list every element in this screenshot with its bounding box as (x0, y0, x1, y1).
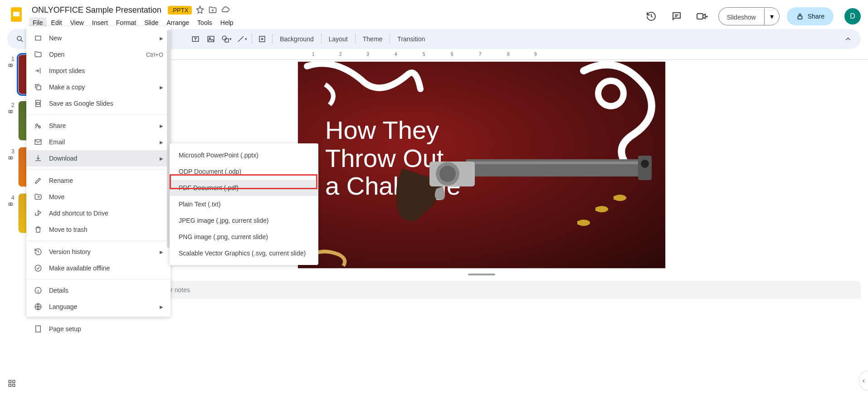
download-submenu: Microsoft PowerPoint (.pptx)ODP Document… (170, 143, 318, 265)
speaker-notes[interactable]: Click to add speaker notes (102, 281, 861, 299)
lock-icon (796, 12, 804, 20)
globe-icon (34, 302, 43, 311)
svg-point-8 (222, 36, 226, 40)
file-menu-new[interactable]: New▶ (26, 30, 171, 46)
file-menu-import-slides[interactable]: Import slides (26, 63, 171, 79)
download-option-3[interactable]: Plain Text (.txt) (170, 196, 318, 212)
history-icon[interactable] (642, 7, 660, 25)
menu-tools[interactable]: Tools (194, 17, 216, 28)
trash-icon (34, 225, 43, 234)
animation-icon (8, 201, 14, 207)
download-option-1[interactable]: ODP Document (.odp) (170, 163, 318, 180)
submenu-arrow-icon: ▶ (160, 156, 163, 161)
download-option-0[interactable]: Microsoft PowerPoint (.pptx) (170, 147, 318, 163)
svg-rect-21 (466, 162, 647, 164)
theme-button[interactable]: Theme (358, 33, 387, 45)
file-menu-rename[interactable]: Rename (26, 172, 171, 189)
download-icon (34, 154, 43, 163)
file-menu-version-history[interactable]: Version history▶ (26, 244, 171, 260)
account-avatar[interactable]: D (844, 8, 861, 25)
file-menu-save-as-google-slides[interactable]: Save as Google Slides (26, 95, 171, 112)
rename-icon (34, 176, 43, 185)
download-option-6[interactable]: Scalable Vector Graphics (.svg, current … (170, 245, 318, 261)
menu-help[interactable]: Help (217, 17, 237, 28)
file-format-badge: .PPTX (168, 6, 192, 15)
file-menu-move-to-trash[interactable]: Move to trash (26, 221, 171, 238)
title-area: ONLYOFFICE Sample Presentation .PPTX Fil… (29, 4, 642, 29)
header: ONLYOFFICE Sample Presentation .PPTX Fil… (0, 0, 868, 29)
svg-rect-47 (36, 326, 41, 332)
file-menu-add-shortcut-to-drive[interactable]: Add shortcut to Drive (26, 205, 171, 221)
shortcut-icon (34, 209, 43, 218)
textbox-icon[interactable] (188, 32, 203, 46)
star-icon[interactable] (195, 5, 205, 15)
svg-rect-28 (595, 207, 605, 211)
folder-icon (34, 50, 43, 59)
slides-logo[interactable] (7, 5, 25, 24)
file-menu-open[interactable]: OpenCtrl+O (26, 46, 171, 63)
slideshow-dropdown-icon[interactable]: ▾ (765, 8, 779, 25)
svg-rect-6 (208, 36, 214, 42)
header-actions: ▾ Slideshow ▾ Share D (642, 7, 861, 25)
image-icon[interactable] (204, 32, 218, 46)
svg-point-4 (17, 36, 21, 40)
thumb-number: 3 (7, 147, 15, 155)
file-menu-share[interactable]: Share▶ (26, 118, 171, 134)
svg-rect-38 (37, 86, 41, 90)
transition-button[interactable]: Transition (393, 33, 429, 45)
page-icon (34, 324, 43, 333)
svg-point-19 (598, 81, 624, 106)
svg-rect-36 (13, 384, 15, 387)
notes-resize-handle[interactable] (468, 274, 495, 275)
collapse-toolbar-icon[interactable] (841, 32, 855, 46)
move-icon (34, 192, 43, 201)
share-label: Share (808, 13, 824, 20)
svg-rect-30 (614, 196, 623, 200)
cloud-status-icon[interactable] (221, 5, 230, 15)
animation-icon (8, 108, 14, 115)
svg-rect-34 (13, 380, 15, 382)
file-menu-details[interactable]: Details (26, 282, 171, 299)
svg-rect-1 (13, 12, 20, 16)
download-option-4[interactable]: JPEG image (.jpg, current slide) (170, 212, 318, 229)
svg-point-26 (439, 166, 456, 182)
share-icon (34, 121, 43, 130)
file-menu-download[interactable]: Download▶ (26, 150, 171, 167)
submenu-arrow-icon: ▶ (160, 304, 163, 309)
layout-button[interactable]: Layout (324, 33, 352, 45)
file-menu-page-setup[interactable]: Page setup (26, 321, 171, 337)
slide-canvas[interactable]: How They Throw Out a Challenge (298, 62, 665, 268)
file-menu-move[interactable]: Move (26, 189, 171, 205)
svg-rect-35 (9, 384, 11, 387)
email-icon (34, 137, 43, 147)
line-icon[interactable]: ▾ (234, 32, 249, 46)
svg-rect-37 (35, 36, 41, 40)
document-title[interactable]: ONLYOFFICE Sample Presentation (29, 5, 164, 16)
grid-view-icon[interactable] (7, 379, 16, 390)
comments-icon[interactable] (668, 7, 686, 25)
share-button[interactable]: Share (787, 7, 834, 25)
file-menu-language[interactable]: Language▶ (26, 299, 171, 315)
import-icon (34, 66, 43, 75)
background-button[interactable]: Background (275, 33, 318, 45)
move-folder-icon[interactable] (208, 5, 217, 15)
search-menus-icon[interactable] (13, 32, 27, 46)
download-option-2[interactable]: PDF Document (.pdf) (170, 180, 318, 196)
new-slide-icon[interactable] (255, 32, 269, 46)
info-icon (34, 286, 43, 295)
ornament-top-left (298, 62, 425, 116)
slideshow-label[interactable]: Slideshow (719, 9, 765, 25)
animation-icon (8, 155, 14, 161)
slides-icon (34, 99, 43, 108)
present-camera-icon[interactable]: ▾ (693, 7, 711, 25)
svg-point-23 (641, 160, 649, 168)
file-menu-make-available-offline[interactable]: Make available offline (26, 260, 171, 276)
download-option-5[interactable]: PNG image (.png, current slide) (170, 229, 318, 245)
shape-icon[interactable]: ▾ (219, 32, 234, 46)
slideshow-button[interactable]: Slideshow ▾ (718, 7, 780, 25)
file-menu-make-a-copy[interactable]: Make a copy▶ (26, 79, 171, 95)
submenu-arrow-icon: ▶ (160, 85, 163, 90)
thumb-number: 2 (7, 101, 15, 108)
file-menu-email[interactable]: Email▶ (26, 134, 171, 150)
svg-point-41 (36, 124, 38, 126)
